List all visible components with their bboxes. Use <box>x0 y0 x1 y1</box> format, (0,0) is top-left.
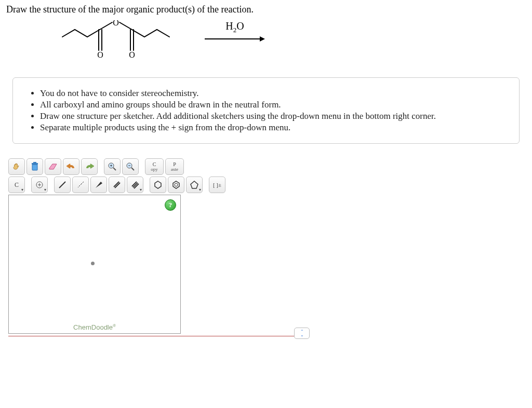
zoom-in-tool[interactable] <box>104 158 121 175</box>
undo-icon <box>66 163 76 170</box>
question-text: Draw the structure of the major organic … <box>6 4 526 15</box>
single-bond-icon <box>58 180 67 189</box>
svg-marker-39 <box>191 181 198 188</box>
element-label: C <box>15 181 19 189</box>
pentagon-icon <box>190 180 199 189</box>
svg-line-16 <box>113 168 116 170</box>
reaction-conditions: H2O <box>204 20 266 43</box>
hints-box: You do not have to consider stereochemis… <box>12 77 520 144</box>
recessed-bond-icon <box>76 180 85 189</box>
hint-item: All carboxyl and amino groups should be … <box>40 100 507 110</box>
erase-tool[interactable] <box>45 158 61 175</box>
toolbar-row-1: C opy P aste <box>8 158 310 175</box>
clear-tool[interactable] <box>26 158 43 175</box>
reaction-arrow-icon <box>204 35 266 43</box>
svg-marker-10 <box>260 36 265 42</box>
copy-label-bot: opy <box>151 167 158 172</box>
paste-label-bot: aste <box>171 167 178 172</box>
remove-link[interactable]: remove <box>288 340 310 341</box>
toolbar-row-2: C [ ]± <box>8 176 310 193</box>
svg-rect-13 <box>33 162 36 163</box>
benzene-icon <box>171 180 181 189</box>
svg-text:O: O <box>97 50 103 59</box>
hand-icon <box>12 162 21 171</box>
svg-line-28 <box>81 183 82 185</box>
svg-line-25 <box>59 182 65 188</box>
cyclohexane-tool[interactable] <box>150 176 166 193</box>
zoom-out-tool[interactable] <box>122 158 139 175</box>
element-picker[interactable]: C <box>8 176 25 193</box>
chevron-down-icon: ⌄ <box>300 333 304 337</box>
sketcher-region: C opy P aste C <box>8 158 310 336</box>
redo-tool[interactable] <box>81 158 98 175</box>
sketcher-controls: ⌃ ⌄ remove <box>288 328 310 341</box>
help-button[interactable]: ? <box>165 199 176 211</box>
trash-icon <box>31 162 39 171</box>
copy-label-top: C <box>153 162 156 167</box>
zoom-in-icon <box>108 162 117 171</box>
svg-marker-30 <box>96 182 102 188</box>
svg-line-29 <box>83 182 84 183</box>
placeholder-atom[interactable] <box>91 262 95 265</box>
hint-item: You do not have to consider stereochemis… <box>40 88 507 99</box>
svg-marker-37 <box>173 181 179 188</box>
undo-tool[interactable] <box>63 158 79 175</box>
double-bond-icon <box>112 180 122 189</box>
svg-line-20 <box>131 168 134 170</box>
benzene-tool[interactable] <box>168 176 184 193</box>
recessed-bond-tool[interactable] <box>72 176 89 193</box>
eraser-icon <box>48 163 58 170</box>
svg-text:O: O <box>129 50 135 59</box>
triple-bond-icon <box>130 180 140 189</box>
paste-label-top: P <box>173 162 176 167</box>
svg-line-2 <box>100 22 112 30</box>
reaction-scheme: O O O H2O <box>58 20 526 67</box>
charge-tool[interactable]: [ ]± <box>209 176 225 193</box>
drawing-canvas[interactable]: ? ChemDoodle® <box>8 195 181 334</box>
svg-marker-36 <box>155 181 161 188</box>
copy-tool[interactable]: C opy <box>145 158 164 175</box>
plus-circle-icon <box>35 181 44 189</box>
reactant-structure: O O O <box>58 20 188 67</box>
svg-point-38 <box>175 183 178 186</box>
redo-icon <box>85 163 94 170</box>
hexagon-icon <box>153 180 163 189</box>
paste-tool[interactable]: P aste <box>165 158 184 175</box>
wedge-bond-tool[interactable] <box>90 176 107 193</box>
svg-text:O: O <box>113 20 119 27</box>
ring-picker[interactable] <box>186 176 203 193</box>
single-bond-tool[interactable] <box>54 176 71 193</box>
svg-rect-12 <box>32 163 38 165</box>
double-bond-tool[interactable] <box>109 176 125 193</box>
charge-label: [ ]± <box>213 182 221 188</box>
brand-sup: ® <box>113 323 116 328</box>
move-tool[interactable] <box>8 158 25 175</box>
sketcher-stepper[interactable]: ⌃ ⌄ <box>294 328 310 339</box>
hint-item: Draw one structure per sketcher. Add add… <box>40 111 507 121</box>
chemdoodle-brand: ChemDoodle® <box>73 323 116 331</box>
svg-line-26 <box>78 187 78 187</box>
svg-line-27 <box>79 185 80 186</box>
add-tool[interactable] <box>31 176 48 193</box>
wedge-bond-icon <box>94 180 103 189</box>
svg-line-3 <box>119 22 132 30</box>
svg-rect-11 <box>32 165 37 170</box>
zoom-out-icon <box>126 162 135 171</box>
hint-item: Separate multiple products using the + s… <box>40 123 507 133</box>
svg-marker-14 <box>49 164 57 169</box>
brand-text: ChemDoodle <box>73 323 113 331</box>
reagent-label: H2O <box>204 20 266 34</box>
triple-bond-tool[interactable] <box>127 176 143 193</box>
